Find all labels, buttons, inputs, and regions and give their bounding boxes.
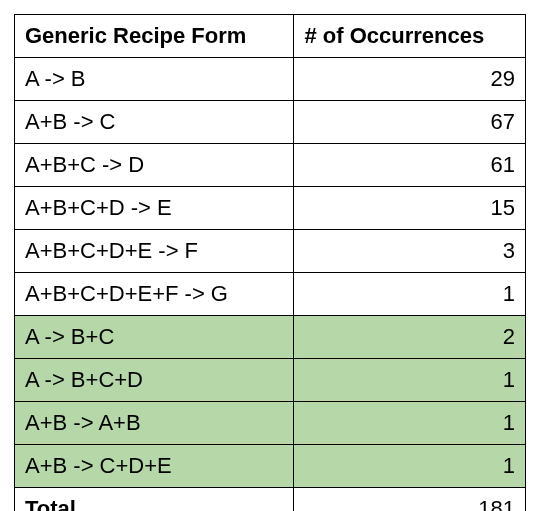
cell-count: 1 — [294, 273, 526, 316]
table-row: A+B+C -> D61 — [15, 144, 526, 187]
cell-count: 67 — [294, 101, 526, 144]
table-row: A+B+C+D -> E15 — [15, 187, 526, 230]
recipe-occurrence-table: Generic Recipe Form # of Occurrences A -… — [14, 14, 526, 511]
cell-count: 1 — [294, 445, 526, 488]
table-row: A+B+C+D+E -> F3 — [15, 230, 526, 273]
cell-form: A -> B — [15, 58, 294, 101]
table-row: A+B -> A+B1 — [15, 402, 526, 445]
cell-form: A+B+C+D -> E — [15, 187, 294, 230]
cell-count: 29 — [294, 58, 526, 101]
column-header-count: # of Occurrences — [294, 15, 526, 58]
cell-count: 15 — [294, 187, 526, 230]
table-row: A -> B+C+D1 — [15, 359, 526, 402]
cell-total-label: Total — [15, 488, 294, 512]
cell-form: A -> B+C+D — [15, 359, 294, 402]
column-header-form: Generic Recipe Form — [15, 15, 294, 58]
table-row: A+B -> C+D+E1 — [15, 445, 526, 488]
table-row: A+B -> C67 — [15, 101, 526, 144]
cell-form: A+B+C+D+E+F -> G — [15, 273, 294, 316]
table-row-total: Total181 — [15, 488, 526, 512]
cell-count: 1 — [294, 402, 526, 445]
table-row: A -> B29 — [15, 58, 526, 101]
cell-count: 2 — [294, 316, 526, 359]
cell-total-value: 181 — [294, 488, 526, 512]
cell-form: A+B+C+D+E -> F — [15, 230, 294, 273]
table-row: A+B+C+D+E+F -> G1 — [15, 273, 526, 316]
cell-form: A+B+C -> D — [15, 144, 294, 187]
cell-count: 3 — [294, 230, 526, 273]
cell-form: A+B -> A+B — [15, 402, 294, 445]
cell-form: A+B -> C+D+E — [15, 445, 294, 488]
cell-form: A+B -> C — [15, 101, 294, 144]
cell-form: A -> B+C — [15, 316, 294, 359]
cell-count: 1 — [294, 359, 526, 402]
table-row: A -> B+C2 — [15, 316, 526, 359]
cell-count: 61 — [294, 144, 526, 187]
